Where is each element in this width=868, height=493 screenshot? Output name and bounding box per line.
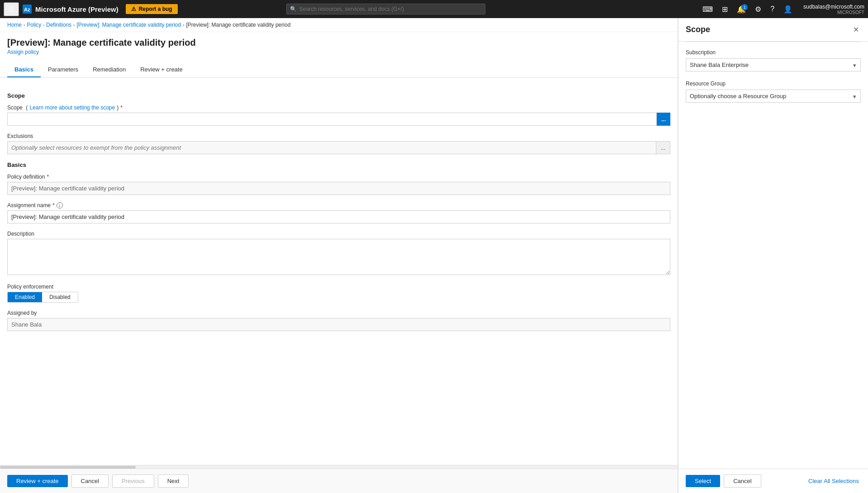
page-title: [Preview]: Manage certificate validity p… (7, 38, 670, 48)
scope-panel-content: Subscription Shane Bala Enterprise Resou… (678, 42, 868, 469)
scope-panel-bottom-bar: Select Cancel Clear All Selections (678, 469, 868, 493)
search-bar: 🔍 (286, 4, 485, 14)
brand-logo: Az Microsoft Azure (Preview) (23, 5, 119, 14)
portal-settings-button[interactable]: ⊞ (718, 3, 731, 15)
scrollbar-thumb (0, 466, 136, 469)
scope-section-title: Scope (7, 92, 670, 99)
previous-button[interactable]: Previous (112, 474, 154, 488)
exclusions-input[interactable] (7, 141, 656, 154)
bug-icon: ⚠ (131, 6, 136, 12)
scope-form-group: Scope (Learn more about setting the scop… (7, 104, 670, 126)
breadcrumb-manage-cert[interactable]: [Preview]: Manage certificate validity p… (76, 22, 181, 28)
search-input[interactable] (286, 4, 485, 14)
policy-definition-form-group: Policy definition * (7, 174, 670, 195)
enforcement-disabled-button[interactable]: Disabled (42, 292, 78, 302)
tab-basics[interactable]: Basics (7, 62, 41, 77)
resource-group-label: Resource Group (686, 81, 861, 87)
exclusions-form-group: Exclusions ... (7, 133, 670, 154)
page-subtitle[interactable]: Assign policy (7, 49, 670, 55)
subscription-select-wrapper: Shane Bala Enterprise (686, 58, 861, 71)
resource-group-select-wrapper: Optionally choose a Resource Group (686, 90, 861, 103)
assignment-name-input[interactable] (7, 210, 670, 223)
enforcement-enabled-button[interactable]: Enabled (8, 292, 42, 302)
scope-input[interactable] (7, 113, 657, 126)
breadcrumb: Home › Policy - Definitions › [Preview]:… (0, 18, 678, 32)
scope-section: Scope Scope (Learn more about setting th… (7, 92, 670, 154)
assigned-by-input (7, 318, 670, 331)
subscription-select[interactable]: Shane Bala Enterprise (686, 58, 861, 71)
svg-text:Az: Az (24, 7, 30, 12)
scope-label: Scope (Learn more about setting the scop… (7, 104, 670, 111)
assignment-name-required: * (52, 202, 55, 209)
topbar: ☰ Az Microsoft Azure (Preview) ⚠ Report … (0, 0, 868, 18)
description-label: Description (7, 231, 670, 237)
main-layout: Home › Policy - Definitions › [Preview]:… (0, 18, 868, 493)
scope-panel: Scope ✕ Subscription Shane Bala Enterpri… (678, 18, 868, 493)
horizontal-scrollbar[interactable] (0, 465, 678, 469)
cloud-shell-button[interactable]: ⌨ (699, 3, 716, 15)
exclusions-browse-button[interactable]: ... (656, 141, 670, 154)
next-button[interactable]: Next (158, 474, 189, 488)
assignment-name-form-group: Assignment name * i (7, 202, 670, 223)
scope-learn-more-link[interactable]: Learn more about setting the scope (29, 104, 115, 111)
assigned-by-form-group: Assigned by (7, 310, 670, 331)
policy-enforcement-form-group: Policy enforcement Enabled Disabled (7, 284, 670, 303)
basics-section-title: Basics (7, 161, 670, 168)
assignment-name-info-icon[interactable]: i (57, 202, 63, 209)
azure-logo-icon: Az (23, 5, 32, 14)
subscription-form-group: Subscription Shane Bala Enterprise (686, 49, 861, 71)
notifications-button[interactable]: 🔔 1 (733, 3, 749, 15)
scope-panel-title: Scope (686, 25, 710, 34)
left-panel: Home › Policy - Definitions › [Preview]:… (0, 18, 678, 493)
tabs: Basics Parameters Remediation Review + c… (0, 59, 678, 78)
exclusions-label: Exclusions (7, 133, 670, 139)
user-icon-button[interactable]: 👤 (780, 3, 796, 15)
scope-panel-close-button[interactable]: ✕ (851, 24, 861, 36)
bottom-action-bar: Review + create Cancel Previous Next (0, 469, 678, 493)
report-bug-button[interactable]: ⚠ Report a bug (126, 4, 178, 14)
scope-required: * (120, 104, 123, 111)
assignment-name-label: Assignment name * i (7, 202, 670, 209)
user-email: sudbalas@microsoft.com (803, 4, 864, 10)
assigned-by-label: Assigned by (7, 310, 670, 316)
page-header: [Preview]: Manage certificate validity p… (0, 32, 678, 55)
policy-definition-label: Policy definition * (7, 174, 670, 180)
policy-enforcement-label: Policy enforcement (7, 284, 670, 290)
hamburger-menu-button[interactable]: ☰ (4, 2, 19, 16)
brand-name: Microsoft Azure (Preview) (35, 5, 119, 13)
exclusions-input-row: ... (7, 141, 670, 154)
review-create-button[interactable]: Review + create (7, 475, 68, 487)
tab-remediation[interactable]: Remediation (85, 62, 133, 77)
policy-definition-required: * (47, 174, 49, 180)
breadcrumb-policy-definitions[interactable]: Policy - Definitions (27, 22, 71, 28)
content-area: Scope Scope (Learn more about setting th… (0, 78, 678, 465)
resource-group-select[interactable]: Optionally choose a Resource Group (686, 90, 861, 103)
description-textarea[interactable] (7, 239, 670, 275)
description-form-group: Description (7, 231, 670, 276)
tab-review-create[interactable]: Review + create (133, 62, 190, 77)
cancel-button[interactable]: Cancel (71, 474, 109, 488)
scope-panel-header: Scope ✕ (678, 18, 868, 42)
subscription-label: Subscription (686, 49, 861, 56)
search-icon: 🔍 (290, 6, 297, 12)
resource-group-form-group: Resource Group Optionally choose a Resou… (686, 81, 861, 103)
notification-badge: 1 (741, 4, 748, 10)
breadcrumb-current: [Preview]: Manage certificate validity p… (186, 22, 291, 28)
breadcrumb-sep-3: › (183, 23, 184, 28)
breadcrumb-home[interactable]: Home (7, 22, 22, 28)
user-info[interactable]: sudbalas@microsoft.com MICROSOFT (803, 4, 864, 15)
scope-cancel-button[interactable]: Cancel (724, 474, 761, 488)
scope-select-button[interactable]: Select (686, 475, 720, 487)
topbar-icon-group: ⌨ ⊞ 🔔 1 ⚙ ? 👤 (699, 3, 796, 15)
breadcrumb-sep-1: › (24, 23, 25, 28)
scope-browse-button[interactable]: ... (657, 113, 670, 126)
scope-input-row: ... (7, 113, 670, 126)
basics-section: Basics Policy definition * Assignment na… (7, 161, 670, 331)
tab-parameters[interactable]: Parameters (41, 62, 85, 77)
clear-all-button[interactable]: Clear All Selections (806, 475, 861, 487)
enforcement-toggle: Enabled Disabled (7, 292, 78, 303)
breadcrumb-sep-2: › (73, 23, 75, 28)
help-button[interactable]: ? (767, 3, 778, 15)
settings-button[interactable]: ⚙ (751, 3, 765, 15)
user-tenant: MICROSOFT (837, 10, 864, 15)
